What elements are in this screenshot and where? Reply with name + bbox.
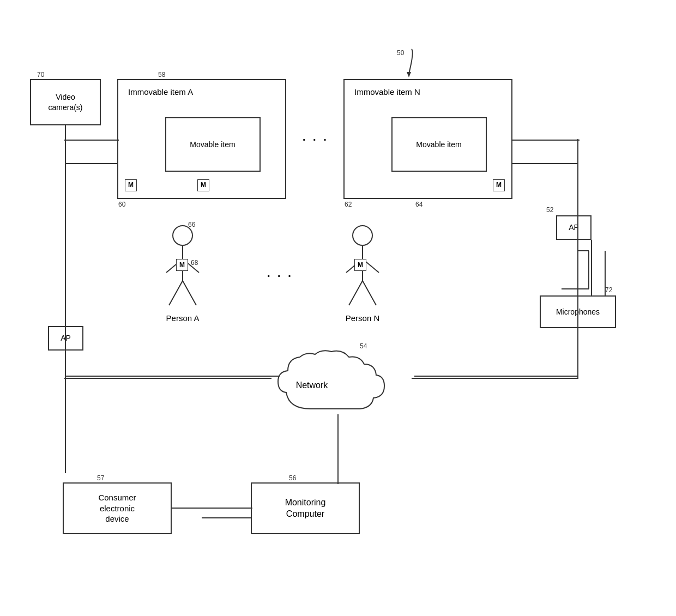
ref-57: 57 <box>97 474 104 482</box>
network-cloud: Network <box>267 349 412 425</box>
m-badge-person-n: M <box>354 259 366 271</box>
m-badge-a-mid: M <box>197 179 209 191</box>
right-spine <box>577 139 579 379</box>
svg-line-20 <box>183 281 196 305</box>
immovable-n-box: Immovable item N Movable item M <box>343 79 512 199</box>
left-spine <box>64 124 67 473</box>
monitoring-computer-box: MonitoringComputer <box>251 482 360 534</box>
svg-text:Network: Network <box>296 381 329 390</box>
svg-line-26 <box>363 281 376 305</box>
movable-n-inner-box: Movable item <box>391 117 487 172</box>
right-network-line <box>412 377 578 379</box>
m-badge-person-a: M <box>176 259 188 271</box>
ref-68: 68 <box>191 259 198 267</box>
consumer-electronic-box: Consumerelectronicdevice <box>63 482 172 534</box>
spine-to-imm-n <box>511 139 580 141</box>
svg-point-15 <box>173 226 192 245</box>
dots-persons: . . . <box>267 267 293 280</box>
m-badge-a-left: M <box>125 179 137 191</box>
svg-marker-14 <box>407 72 411 77</box>
ref-66: 66 <box>188 221 195 228</box>
ap-right-box: AP <box>556 215 592 240</box>
ced-to-mc-line <box>171 507 252 509</box>
svg-point-21 <box>353 226 372 245</box>
ref-60: 60 <box>118 201 125 208</box>
left-network-line <box>64 377 271 379</box>
ref-52: 52 <box>546 206 553 214</box>
ref-62: 62 <box>345 201 352 208</box>
svg-line-19 <box>169 281 183 305</box>
video-camera-box: Videocamera(s) <box>30 79 101 125</box>
person-a-label: Person A <box>153 313 213 323</box>
spine-to-imm-a <box>64 139 119 141</box>
ref-70: 70 <box>37 71 44 78</box>
ref-56: 56 <box>289 474 296 482</box>
dots-items: . . . <box>303 131 329 143</box>
person-n-label: Person N <box>333 313 393 323</box>
m-badge-n-right: M <box>493 179 505 191</box>
network-to-mc-line <box>337 414 339 484</box>
ref-58: 58 <box>158 71 165 78</box>
ref-64: 64 <box>415 201 422 208</box>
svg-line-25 <box>349 281 363 305</box>
immovable-a-box: Immovable item A Movable item M M <box>117 79 286 199</box>
ref-72: 72 <box>605 286 612 294</box>
arrow-50 <box>382 44 425 82</box>
movable-a-inner-box: Movable item <box>165 117 261 172</box>
